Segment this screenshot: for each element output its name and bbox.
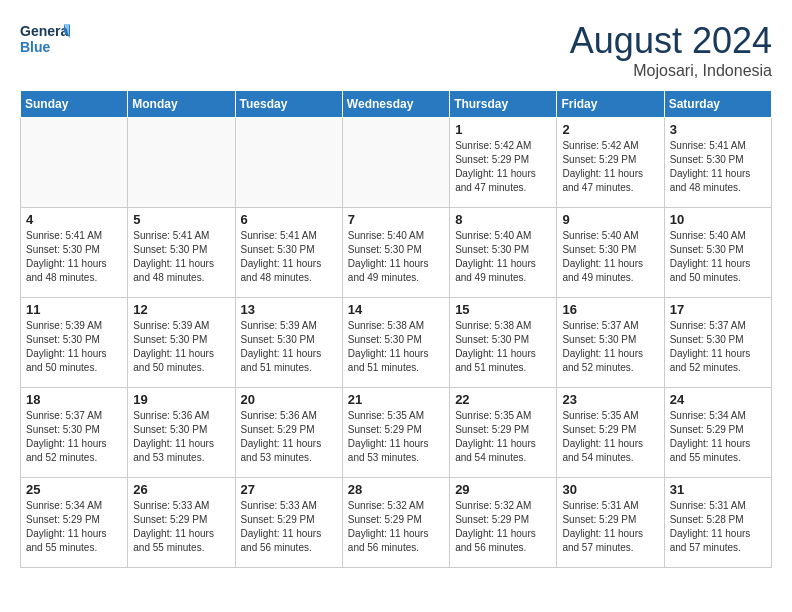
week-row-4: 18Sunrise: 5:37 AMSunset: 5:30 PMDayligh… [21, 388, 772, 478]
day-number: 23 [562, 392, 658, 407]
week-row-3: 11Sunrise: 5:39 AMSunset: 5:30 PMDayligh… [21, 298, 772, 388]
calendar-cell: 12Sunrise: 5:39 AMSunset: 5:30 PMDayligh… [128, 298, 235, 388]
day-info: Sunrise: 5:42 AMSunset: 5:29 PMDaylight:… [455, 139, 551, 195]
calendar-cell: 26Sunrise: 5:33 AMSunset: 5:29 PMDayligh… [128, 478, 235, 568]
calendar-cell: 17Sunrise: 5:37 AMSunset: 5:30 PMDayligh… [664, 298, 771, 388]
day-info: Sunrise: 5:35 AMSunset: 5:29 PMDaylight:… [562, 409, 658, 465]
day-number: 29 [455, 482, 551, 497]
calendar-cell: 6Sunrise: 5:41 AMSunset: 5:30 PMDaylight… [235, 208, 342, 298]
day-number: 5 [133, 212, 229, 227]
day-info: Sunrise: 5:32 AMSunset: 5:29 PMDaylight:… [348, 499, 444, 555]
day-number: 31 [670, 482, 766, 497]
day-info: Sunrise: 5:33 AMSunset: 5:29 PMDaylight:… [133, 499, 229, 555]
day-number: 27 [241, 482, 337, 497]
day-info: Sunrise: 5:34 AMSunset: 5:29 PMDaylight:… [26, 499, 122, 555]
calendar-cell: 27Sunrise: 5:33 AMSunset: 5:29 PMDayligh… [235, 478, 342, 568]
day-info: Sunrise: 5:37 AMSunset: 5:30 PMDaylight:… [670, 319, 766, 375]
calendar-cell: 10Sunrise: 5:40 AMSunset: 5:30 PMDayligh… [664, 208, 771, 298]
day-number: 26 [133, 482, 229, 497]
col-header-wednesday: Wednesday [342, 91, 449, 118]
location: Mojosari, Indonesia [570, 62, 772, 80]
calendar-cell: 22Sunrise: 5:35 AMSunset: 5:29 PMDayligh… [450, 388, 557, 478]
logo: General Blue [20, 20, 70, 62]
day-number: 17 [670, 302, 766, 317]
calendar-cell: 13Sunrise: 5:39 AMSunset: 5:30 PMDayligh… [235, 298, 342, 388]
week-row-1: 1Sunrise: 5:42 AMSunset: 5:29 PMDaylight… [21, 118, 772, 208]
calendar-cell: 4Sunrise: 5:41 AMSunset: 5:30 PMDaylight… [21, 208, 128, 298]
day-info: Sunrise: 5:40 AMSunset: 5:30 PMDaylight:… [562, 229, 658, 285]
day-info: Sunrise: 5:40 AMSunset: 5:30 PMDaylight:… [455, 229, 551, 285]
day-number: 21 [348, 392, 444, 407]
calendar-cell: 19Sunrise: 5:36 AMSunset: 5:30 PMDayligh… [128, 388, 235, 478]
day-info: Sunrise: 5:39 AMSunset: 5:30 PMDaylight:… [241, 319, 337, 375]
day-info: Sunrise: 5:41 AMSunset: 5:30 PMDaylight:… [133, 229, 229, 285]
calendar-cell: 18Sunrise: 5:37 AMSunset: 5:30 PMDayligh… [21, 388, 128, 478]
col-header-monday: Monday [128, 91, 235, 118]
day-info: Sunrise: 5:36 AMSunset: 5:30 PMDaylight:… [133, 409, 229, 465]
header-row: SundayMondayTuesdayWednesdayThursdayFrid… [21, 91, 772, 118]
day-number: 11 [26, 302, 122, 317]
calendar-cell: 20Sunrise: 5:36 AMSunset: 5:29 PMDayligh… [235, 388, 342, 478]
day-info: Sunrise: 5:41 AMSunset: 5:30 PMDaylight:… [241, 229, 337, 285]
calendar-cell: 16Sunrise: 5:37 AMSunset: 5:30 PMDayligh… [557, 298, 664, 388]
week-row-5: 25Sunrise: 5:34 AMSunset: 5:29 PMDayligh… [21, 478, 772, 568]
day-number: 20 [241, 392, 337, 407]
day-info: Sunrise: 5:34 AMSunset: 5:29 PMDaylight:… [670, 409, 766, 465]
day-info: Sunrise: 5:33 AMSunset: 5:29 PMDaylight:… [241, 499, 337, 555]
day-number: 2 [562, 122, 658, 137]
day-number: 18 [26, 392, 122, 407]
calendar-cell: 2Sunrise: 5:42 AMSunset: 5:29 PMDaylight… [557, 118, 664, 208]
calendar-cell: 5Sunrise: 5:41 AMSunset: 5:30 PMDaylight… [128, 208, 235, 298]
day-number: 22 [455, 392, 551, 407]
col-header-tuesday: Tuesday [235, 91, 342, 118]
calendar-cell: 7Sunrise: 5:40 AMSunset: 5:30 PMDaylight… [342, 208, 449, 298]
calendar-cell [235, 118, 342, 208]
day-info: Sunrise: 5:35 AMSunset: 5:29 PMDaylight:… [348, 409, 444, 465]
day-number: 12 [133, 302, 229, 317]
day-info: Sunrise: 5:31 AMSunset: 5:28 PMDaylight:… [670, 499, 766, 555]
day-info: Sunrise: 5:32 AMSunset: 5:29 PMDaylight:… [455, 499, 551, 555]
day-number: 8 [455, 212, 551, 227]
day-number: 10 [670, 212, 766, 227]
calendar-cell: 28Sunrise: 5:32 AMSunset: 5:29 PMDayligh… [342, 478, 449, 568]
calendar-cell: 11Sunrise: 5:39 AMSunset: 5:30 PMDayligh… [21, 298, 128, 388]
day-info: Sunrise: 5:38 AMSunset: 5:30 PMDaylight:… [455, 319, 551, 375]
calendar-cell: 30Sunrise: 5:31 AMSunset: 5:29 PMDayligh… [557, 478, 664, 568]
day-number: 28 [348, 482, 444, 497]
svg-text:General: General [20, 23, 70, 39]
day-number: 24 [670, 392, 766, 407]
calendar-cell: 23Sunrise: 5:35 AMSunset: 5:29 PMDayligh… [557, 388, 664, 478]
calendar-cell: 1Sunrise: 5:42 AMSunset: 5:29 PMDaylight… [450, 118, 557, 208]
calendar-cell [128, 118, 235, 208]
day-number: 15 [455, 302, 551, 317]
day-info: Sunrise: 5:40 AMSunset: 5:30 PMDaylight:… [348, 229, 444, 285]
calendar-cell: 8Sunrise: 5:40 AMSunset: 5:30 PMDaylight… [450, 208, 557, 298]
calendar-cell: 9Sunrise: 5:40 AMSunset: 5:30 PMDaylight… [557, 208, 664, 298]
day-info: Sunrise: 5:38 AMSunset: 5:30 PMDaylight:… [348, 319, 444, 375]
month-title: August 2024 [570, 20, 772, 62]
day-info: Sunrise: 5:31 AMSunset: 5:29 PMDaylight:… [562, 499, 658, 555]
day-number: 14 [348, 302, 444, 317]
day-number: 30 [562, 482, 658, 497]
day-info: Sunrise: 5:41 AMSunset: 5:30 PMDaylight:… [670, 139, 766, 195]
day-info: Sunrise: 5:40 AMSunset: 5:30 PMDaylight:… [670, 229, 766, 285]
calendar-cell: 3Sunrise: 5:41 AMSunset: 5:30 PMDaylight… [664, 118, 771, 208]
page-header: General Blue August 2024 Mojosari, Indon… [20, 20, 772, 80]
col-header-sunday: Sunday [21, 91, 128, 118]
day-number: 4 [26, 212, 122, 227]
day-number: 7 [348, 212, 444, 227]
col-header-friday: Friday [557, 91, 664, 118]
day-info: Sunrise: 5:41 AMSunset: 5:30 PMDaylight:… [26, 229, 122, 285]
title-area: August 2024 Mojosari, Indonesia [570, 20, 772, 80]
calendar-cell: 29Sunrise: 5:32 AMSunset: 5:29 PMDayligh… [450, 478, 557, 568]
day-number: 6 [241, 212, 337, 227]
col-header-saturday: Saturday [664, 91, 771, 118]
calendar-cell: 15Sunrise: 5:38 AMSunset: 5:30 PMDayligh… [450, 298, 557, 388]
day-info: Sunrise: 5:39 AMSunset: 5:30 PMDaylight:… [26, 319, 122, 375]
day-info: Sunrise: 5:39 AMSunset: 5:30 PMDaylight:… [133, 319, 229, 375]
calendar-cell: 31Sunrise: 5:31 AMSunset: 5:28 PMDayligh… [664, 478, 771, 568]
day-number: 19 [133, 392, 229, 407]
calendar-cell: 14Sunrise: 5:38 AMSunset: 5:30 PMDayligh… [342, 298, 449, 388]
day-number: 1 [455, 122, 551, 137]
col-header-thursday: Thursday [450, 91, 557, 118]
